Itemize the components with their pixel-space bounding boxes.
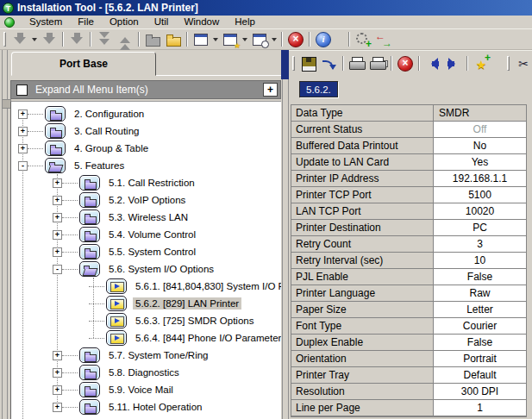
window-favorite-dropdown-icon[interactable] <box>241 30 249 49</box>
property-value[interactable]: Letter <box>434 302 526 317</box>
property-value[interactable]: 3 <box>434 236 526 252</box>
tree-expander[interactable]: + <box>18 127 28 136</box>
redo-icon[interactable] <box>319 54 340 73</box>
tree-item[interactable]: + 3. Call Routing <box>11 122 281 140</box>
menu-system[interactable]: System <box>22 16 70 28</box>
tree-item[interactable]: 5.6.4. [844] Phone I/O Parameter <box>11 329 281 347</box>
tree-item-label[interactable]: 5.9. Voice Mail <box>106 384 176 396</box>
tree-expander[interactable]: - <box>18 161 28 171</box>
open-folder-icon[interactable] <box>163 30 184 49</box>
tree-item[interactable]: 5.6.3. [725] SMDR Options <box>11 312 281 329</box>
property-value[interactable]: 10 <box>434 253 526 268</box>
expand-all-checkbox[interactable] <box>16 84 28 96</box>
property-value[interactable]: PC <box>434 220 526 235</box>
property-value[interactable]: False <box>434 335 526 350</box>
tree-item[interactable]: + 5.2. VoIP Options <box>11 191 281 209</box>
upload-all-icon[interactable] <box>115 30 135 49</box>
tree-expander[interactable]: - <box>53 265 62 274</box>
tree-item[interactable]: + 5.11. Hotel Operation <box>11 398 281 416</box>
tree-item[interactable]: 5.6.2. [829] LAN Printer <box>11 295 281 312</box>
tools-add-icon[interactable] <box>353 30 373 49</box>
tree-item-label[interactable]: 5.4. Volume Control <box>106 228 198 241</box>
window-favorite-icon[interactable] <box>220 30 241 49</box>
tree-item-label[interactable]: 5.6.4. [844] Phone I/O Parameter <box>133 332 281 344</box>
swap-arrows-icon[interactable] <box>373 30 394 49</box>
tree-item-label[interactable]: 5.6.1. [841,804,830] System I/O P <box>133 280 281 292</box>
tree-expander[interactable]: + <box>18 144 28 153</box>
cut-icon[interactable] <box>513 54 532 73</box>
tree-expander[interactable]: + <box>53 178 62 188</box>
tree-item-label[interactable]: 5. Features <box>72 159 127 172</box>
tree-item[interactable]: + 5.5. System Control <box>11 243 281 260</box>
property-value[interactable]: SMDR <box>434 105 526 121</box>
tree-item-label[interactable]: 5.1. Call Restriction <box>106 177 197 189</box>
add-favorite-icon[interactable] <box>471 54 491 73</box>
property-value[interactable]: False <box>434 269 526 285</box>
menu-help[interactable]: Help <box>227 16 263 28</box>
tree-item[interactable]: + 5.8. Diagnostics <box>11 364 281 381</box>
window-view-dropdown-icon[interactable] <box>211 30 220 49</box>
send-to-system-icon[interactable] <box>9 30 30 49</box>
receive-from-system-icon[interactable] <box>66 30 87 49</box>
panel-splitter[interactable] <box>282 79 289 419</box>
tree-expander[interactable]: + <box>53 196 62 205</box>
tree-item-label[interactable]: 5.7. System Tone/Ring <box>106 349 211 361</box>
tree-item[interactable]: + 5.7. System Tone/Ring <box>11 347 281 364</box>
expand-plus-button[interactable]: + <box>263 83 278 97</box>
tree-item[interactable]: + 5.9. Voice Mail <box>11 381 281 398</box>
menu-util[interactable]: Util <box>147 16 177 28</box>
tree-item-label[interactable]: 5.6.3. [725] SMDR Options <box>133 315 256 327</box>
window-history-icon[interactable] <box>249 30 270 49</box>
tree-expander[interactable]: + <box>53 351 62 360</box>
tree-item-label[interactable]: 5.8. Diagnostics <box>106 366 182 378</box>
stop-icon[interactable] <box>395 54 416 73</box>
system-menu-icon[interactable] <box>4 17 15 28</box>
tree-item-label[interactable]: 5.2. VoIP Options <box>106 194 188 206</box>
tree-expander[interactable]: + <box>53 385 62 395</box>
tree-item-label[interactable]: 5.6.2. [829] LAN Printer <box>133 297 241 310</box>
send-selected-icon[interactable] <box>39 30 59 49</box>
print-icon[interactable] <box>347 54 367 73</box>
tree-item[interactable]: 5.6.1. [841,804,830] System I/O P <box>11 278 281 295</box>
tree-item[interactable]: + 5.3. Wireless LAN <box>11 209 281 226</box>
property-value[interactable]: 192.168.1.1 <box>434 171 526 186</box>
property-value[interactable]: 10020 <box>434 203 526 219</box>
property-value[interactable]: 5100 <box>434 187 526 203</box>
tree-item-label[interactable]: 2. Configuration <box>72 108 147 120</box>
save-icon[interactable] <box>298 54 319 73</box>
property-value[interactable]: Off <box>434 122 526 137</box>
menu-file[interactable]: File <box>70 16 102 28</box>
tree-item-label[interactable]: 5.11. Hotel Operation <box>106 401 204 413</box>
tree-item-label[interactable]: 4. Group & Table <box>72 142 151 154</box>
tree-expander[interactable]: + <box>53 230 62 240</box>
tree-item[interactable]: + 4. Group & Table <box>11 140 281 157</box>
tree-expander[interactable]: + <box>53 368 62 378</box>
next-icon[interactable] <box>443 54 464 73</box>
window-history-dropdown-icon[interactable] <box>270 30 279 49</box>
tree-item[interactable]: + 5.1. Call Restriction <box>11 174 281 191</box>
property-value[interactable]: Raw <box>434 285 526 301</box>
property-value[interactable]: 1 <box>434 400 526 416</box>
menu-window[interactable]: Window <box>176 16 227 28</box>
tree-item-label[interactable]: 5.5. System Control <box>106 246 198 258</box>
property-value[interactable]: No <box>434 138 526 153</box>
tree-expander[interactable]: + <box>53 403 62 412</box>
download-all-icon[interactable] <box>94 30 115 49</box>
tree-expander[interactable]: + <box>18 109 28 119</box>
tab-port-base[interactable]: Port Base <box>11 52 156 76</box>
tree-item-label[interactable]: 5.6. System I/O Options <box>106 263 216 275</box>
send-dropdown-icon[interactable] <box>30 30 39 49</box>
tree-item[interactable]: - 5. Features <box>11 157 281 174</box>
property-value[interactable]: Portrait <box>434 351 526 366</box>
tree-expander[interactable]: + <box>53 247 62 257</box>
property-value[interactable]: Default <box>434 367 526 383</box>
open-disabled-folder-icon[interactable] <box>142 30 163 49</box>
menu-option[interactable]: Option <box>102 16 147 28</box>
tree-item-label[interactable]: 3. Call Routing <box>72 125 141 137</box>
print-preview-icon[interactable] <box>367 54 388 73</box>
tree-expander[interactable]: + <box>53 213 62 222</box>
property-value[interactable]: Courier <box>434 318 526 334</box>
previous-icon[interactable] <box>422 54 443 73</box>
property-value[interactable]: 300 DPI <box>434 384 526 399</box>
tree-item[interactable]: + 2. Configuration <box>11 105 281 122</box>
